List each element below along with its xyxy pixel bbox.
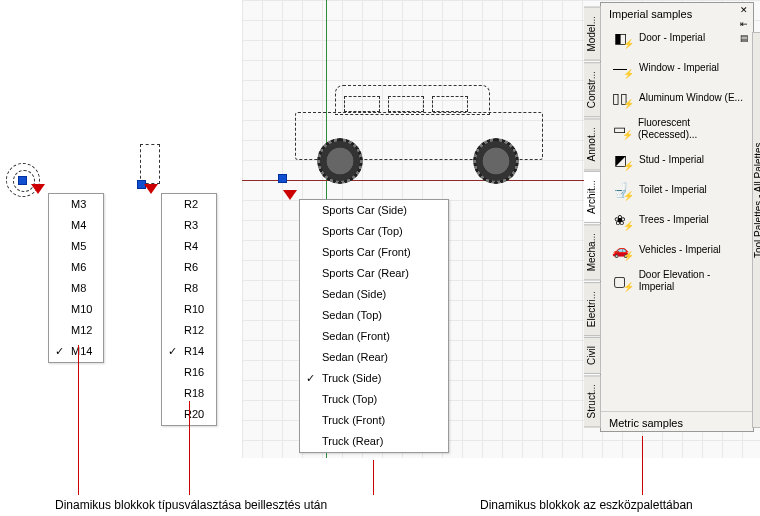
callout-line bbox=[373, 460, 374, 495]
dropdown-item[interactable]: M14 bbox=[49, 341, 103, 362]
close-icon[interactable]: ✕ bbox=[737, 5, 751, 17]
door-elev-icon: ▢⚡ bbox=[607, 270, 633, 292]
dropdown-item[interactable]: M5 bbox=[49, 236, 103, 257]
palette-tab[interactable]: Civil bbox=[584, 337, 601, 374]
palette-item-label: Door - Imperial bbox=[639, 32, 705, 44]
dropdown-item[interactable]: R14 bbox=[162, 341, 216, 362]
light-icon: ▭⚡ bbox=[607, 118, 632, 140]
dropdown-item[interactable]: Truck (Rear) bbox=[300, 431, 448, 452]
caption-right: Dinamikus blokkok az eszközpalettában bbox=[480, 498, 693, 512]
dropdown-item[interactable]: R2 bbox=[162, 194, 216, 215]
grip-handle[interactable] bbox=[278, 174, 287, 183]
dropdown-item[interactable]: R10 bbox=[162, 299, 216, 320]
dropdown-item[interactable]: Sports Car (Rear) bbox=[300, 263, 448, 284]
vehicle-wheel bbox=[473, 138, 519, 184]
palette-item[interactable]: —⚡Window - Imperial bbox=[601, 53, 753, 83]
alum-window-icon: ▯▯⚡ bbox=[607, 87, 633, 109]
callout-line bbox=[189, 401, 190, 495]
vehicle-cab bbox=[335, 85, 490, 115]
tree-icon: ❀⚡ bbox=[607, 209, 633, 231]
toilet-icon: 🚽⚡ bbox=[607, 179, 633, 201]
palette-tab[interactable]: Mecha... bbox=[584, 224, 601, 280]
dynamic-lookup-grip[interactable] bbox=[31, 184, 45, 194]
palette-tab[interactable]: Annot... bbox=[584, 118, 601, 170]
palette-title-bar[interactable]: Tool Palettes - All Palettes bbox=[752, 32, 760, 428]
window-icon: —⚡ bbox=[607, 57, 633, 79]
vehicle-window bbox=[344, 96, 380, 112]
screw-block-preview bbox=[140, 144, 160, 184]
dropdown-item[interactable]: Truck (Top) bbox=[300, 389, 448, 410]
dropdown-item[interactable]: M6 bbox=[49, 257, 103, 278]
dropdown-item[interactable]: Sedan (Top) bbox=[300, 305, 448, 326]
palette-item-label: Fluorescent (Recessed)... bbox=[638, 117, 747, 141]
palette-tabs[interactable]: Model...Constr...Annot...Archit...Mecha.… bbox=[584, 7, 601, 427]
dropdown-item[interactable]: M4 bbox=[49, 215, 103, 236]
dropdown-item[interactable]: M12 bbox=[49, 320, 103, 341]
dynamic-lookup-grip[interactable] bbox=[283, 190, 297, 200]
dropdown-item[interactable]: R4 bbox=[162, 236, 216, 257]
palette-group-heading: Metric samples bbox=[601, 411, 753, 431]
dropdown-item[interactable]: Sports Car (Side) bbox=[300, 200, 448, 221]
dropdown-item[interactable]: M8 bbox=[49, 278, 103, 299]
dropdown-item[interactable]: Truck (Side) bbox=[300, 368, 448, 389]
palette-item[interactable]: ▭⚡Fluorescent (Recessed)... bbox=[601, 113, 753, 145]
dropdown-item[interactable]: M3 bbox=[49, 194, 103, 215]
palette-item-label: Stud - Imperial bbox=[639, 154, 704, 166]
dropdown-item[interactable]: Sports Car (Top) bbox=[300, 221, 448, 242]
vehicle-window bbox=[388, 96, 424, 112]
palette-item[interactable]: ◧⚡Door - Imperial bbox=[601, 23, 753, 53]
palette-item[interactable]: ▯▯⚡Aluminum Window (E... bbox=[601, 83, 753, 113]
dropdown-item[interactable]: R16 bbox=[162, 362, 216, 383]
palette-item-label: Window - Imperial bbox=[639, 62, 719, 74]
dropdown-item[interactable]: Sedan (Side) bbox=[300, 284, 448, 305]
palette-item[interactable]: ❀⚡Trees - Imperial bbox=[601, 205, 753, 235]
palette-item-label: Aluminum Window (E... bbox=[639, 92, 743, 104]
dropdown-item[interactable]: R8 bbox=[162, 278, 216, 299]
palette-item-label: Trees - Imperial bbox=[639, 214, 709, 226]
dropdown-item[interactable]: R12 bbox=[162, 320, 216, 341]
palette-item-label: Vehicles - Imperial bbox=[639, 244, 721, 256]
palette-tab[interactable]: Archit... bbox=[584, 171, 601, 223]
palette-item[interactable]: ◩⚡Stud - Imperial bbox=[601, 145, 753, 175]
vehicle-type-dropdown[interactable]: Sports Car (Side)Sports Car (Top)Sports … bbox=[299, 199, 449, 453]
dropdown-item[interactable]: R3 bbox=[162, 215, 216, 236]
grip-handle[interactable] bbox=[18, 176, 27, 185]
palette-tab[interactable]: Electri... bbox=[584, 282, 601, 336]
vehicle-wheel bbox=[317, 138, 363, 184]
dropdown-item[interactable]: Sedan (Rear) bbox=[300, 347, 448, 368]
dropdown-item[interactable]: M10 bbox=[49, 299, 103, 320]
m-size-dropdown[interactable]: M3M4M5M6M8M10M12M14 bbox=[48, 193, 104, 363]
vehicle-window bbox=[432, 96, 468, 112]
palette-item[interactable]: 🚽⚡Toilet - Imperial bbox=[601, 175, 753, 205]
dropdown-item[interactable]: R6 bbox=[162, 257, 216, 278]
callout-line bbox=[78, 345, 79, 495]
dropdown-item[interactable]: Truck (Front) bbox=[300, 410, 448, 431]
palette-items[interactable]: ◧⚡Door - Imperial—⚡Window - Imperial▯▯⚡A… bbox=[601, 23, 753, 411]
vehicle-icon: 🚗⚡ bbox=[607, 239, 633, 261]
palette-tab[interactable]: Struct... bbox=[584, 375, 601, 427]
dropdown-item[interactable]: Sports Car (Front) bbox=[300, 242, 448, 263]
palette-item-label: Door Elevation - Imperial bbox=[639, 269, 747, 293]
stud-icon: ◩⚡ bbox=[607, 149, 633, 171]
caption-left: Dinamikus blokkok típusválasztása beille… bbox=[55, 498, 327, 512]
palette-tab[interactable]: Constr... bbox=[584, 62, 601, 117]
dropdown-item[interactable]: Sedan (Front) bbox=[300, 326, 448, 347]
door-icon: ◧⚡ bbox=[607, 27, 633, 49]
callout-line bbox=[642, 436, 643, 495]
tool-palette[interactable]: Model...Constr...Annot...Archit...Mecha.… bbox=[600, 2, 754, 432]
vehicle-block[interactable] bbox=[285, 80, 555, 182]
palette-item-label: Toilet - Imperial bbox=[639, 184, 707, 196]
r-size-dropdown[interactable]: R2R3R4R6R8R10R12R14R16R18R20 bbox=[161, 193, 217, 426]
palette-tab[interactable]: Model... bbox=[584, 7, 601, 61]
palette-item[interactable]: ▢⚡Door Elevation - Imperial bbox=[601, 265, 753, 297]
palette-item[interactable]: 🚗⚡Vehicles - Imperial bbox=[601, 235, 753, 265]
palette-group-heading: Imperial samples bbox=[601, 3, 753, 22]
dynamic-lookup-grip[interactable] bbox=[144, 184, 158, 194]
